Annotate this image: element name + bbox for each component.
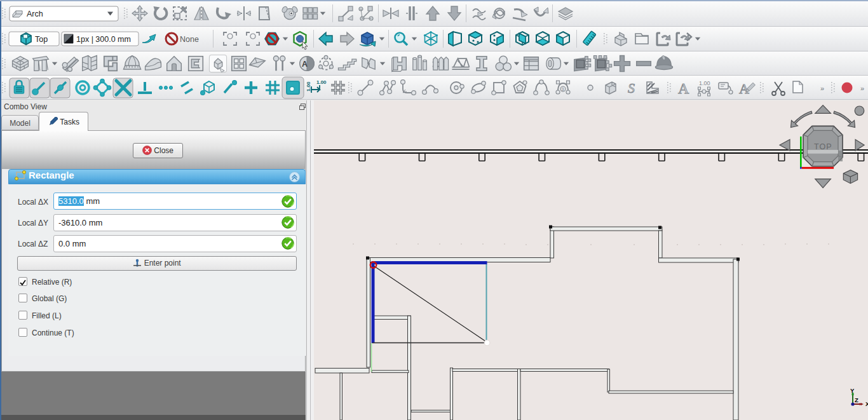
svg-text:3: 3 (562, 87, 564, 91)
svg-text:TOP: TOP (814, 142, 832, 151)
svg-text:X: X (865, 400, 868, 407)
svg-text:A: A (678, 80, 689, 97)
svg-text:1.00: 1.00 (699, 80, 710, 86)
svg-text:1.00: 1.00 (306, 81, 311, 91)
svg-text:Arch: Arch (27, 10, 43, 18)
svg-text:S: S (628, 80, 635, 96)
svg-text:»: » (820, 85, 824, 92)
svg-text:1px | 300.0 mm: 1px | 300.0 mm (76, 35, 131, 44)
svg-text:Z: Z (855, 396, 858, 403)
svg-text:Y: Y (850, 387, 855, 394)
svg-text:Top: Top (35, 35, 48, 44)
svg-text:»: » (860, 85, 864, 92)
svg-text:None: None (180, 35, 199, 44)
svg-text:A: A (302, 60, 308, 69)
svg-text:1.00: 1.00 (316, 79, 327, 85)
